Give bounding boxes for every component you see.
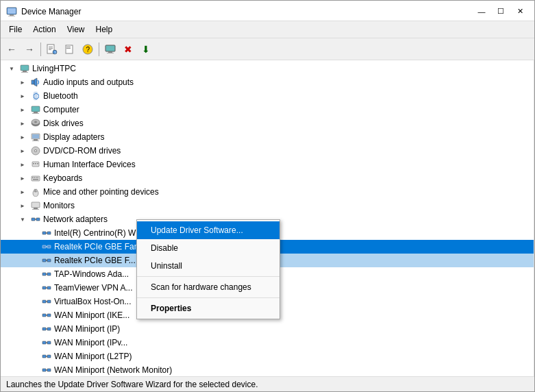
virtualbox-label: VirtualBox Host-On... [54, 297, 132, 306]
hid-icon [30, 159, 41, 170]
help-button[interactable]: ? [79, 41, 96, 58]
svg-rect-90 [47, 369, 51, 371]
svg-rect-47 [33, 179, 38, 180]
expand-bt[interactable]: ► [17, 90, 28, 101]
disk-label: Disk drives [43, 119, 84, 128]
tap-icon [41, 269, 52, 280]
tree-mice[interactable]: ► Mice and other pointing devices [1, 185, 534, 199]
wan-ike-label: WAN Miniport (IKE... [54, 310, 129, 320]
menu-view[interactable]: View [62, 23, 90, 36]
tree-audio[interactable]: ► Audio inputs and outputs [1, 75, 534, 89]
remove-button[interactable]: ✖ [120, 41, 136, 58]
maximize-button[interactable]: ☐ [492, 5, 510, 19]
tree-wan-ipv6[interactable]: WAN Miniport (IPv... [1, 336, 534, 350]
scan-button[interactable] [62, 41, 78, 58]
svg-rect-69 [47, 273, 51, 275]
tree-display[interactable]: ► Display adapters [1, 130, 534, 144]
realtek-1-icon [41, 241, 52, 252]
svg-rect-43 [32, 177, 34, 179]
tap-label: TAP-Windows Ada... [54, 269, 129, 279]
svg-rect-72 [47, 286, 51, 289]
display-label: Display adapters [43, 132, 104, 142]
expand-disk[interactable]: ► [17, 118, 28, 129]
svg-rect-81 [47, 328, 51, 330]
device-button[interactable] [102, 41, 119, 58]
wan-l2tp-icon [41, 351, 52, 362]
ctx-update-driver[interactable]: Update Driver Software... [137, 221, 279, 239]
menu-action[interactable]: Action [27, 23, 61, 36]
root-label: LivingHTPC [32, 64, 76, 73]
svg-rect-77 [42, 314, 46, 317]
expand-dvd[interactable]: ► [17, 145, 28, 156]
ctx-scan-hardware[interactable]: Scan for hardware changes [137, 278, 279, 296]
svg-rect-75 [47, 300, 51, 303]
intel-wifi-icon [41, 228, 52, 238]
expand-mice[interactable]: ► [17, 186, 28, 197]
close-button[interactable]: ✕ [511, 5, 529, 19]
svg-point-30 [34, 121, 37, 123]
expand-root[interactable]: ▼ [6, 63, 17, 74]
root-icon [19, 63, 30, 74]
tree-wan-ip[interactable]: WAN Miniport (IP) [1, 322, 534, 336]
menu-help[interactable]: Help [90, 23, 119, 36]
expand-intel-wifi [28, 228, 39, 238]
window-controls: — ☐ ✕ [473, 5, 529, 19]
tree-wan-netmon[interactable]: WAN Miniport (Network Monitor) [1, 363, 534, 376]
expand-network[interactable]: ▼ [17, 214, 28, 225]
expand-display[interactable]: ► [17, 132, 28, 143]
svg-rect-66 [47, 259, 51, 262]
ctx-uninstall[interactable]: Uninstall [137, 257, 279, 275]
ctx-update-driver-label: Update Driver Software... [151, 225, 243, 235]
ctx-sep-1 [137, 276, 279, 277]
properties-button[interactable]: ? [44, 41, 60, 58]
tree-keyboards[interactable]: ► Keyboards [1, 171, 534, 185]
tree-computer[interactable]: ► Computer [1, 103, 534, 117]
svg-point-37 [35, 150, 36, 151]
computer-label: Computer [43, 105, 79, 114]
device-tree[interactable]: ▼ LivingHTPC ► [1, 60, 534, 376]
tree-bluetooth[interactable]: ► ⬡ Bluetooth [1, 89, 534, 103]
tree-hid[interactable]: ► Human Interface Devices [1, 158, 534, 171]
svg-rect-56 [32, 218, 35, 221]
svg-rect-26 [34, 112, 38, 113]
back-button[interactable]: ← [3, 41, 20, 58]
network-label: Network adapters [43, 215, 108, 224]
expand-computer[interactable]: ► [17, 104, 28, 115]
svg-rect-80 [42, 328, 46, 330]
wan-l2tp-label: WAN Miniport (L2TP) [54, 352, 132, 361]
audio-icon [30, 77, 41, 88]
tree-wan-l2tp[interactable]: WAN Miniport (L2TP) [1, 350, 534, 363]
svg-rect-54 [34, 208, 38, 209]
svg-rect-20 [21, 72, 28, 73]
bt-icon: ⬡ [30, 90, 41, 101]
svg-rect-10 [66, 45, 73, 53]
menu-file[interactable]: File [3, 23, 27, 36]
svg-rect-40 [35, 163, 36, 164]
ctx-properties[interactable]: Properties [137, 299, 279, 317]
expand-monitors[interactable]: ► [17, 200, 28, 211]
svg-rect-52 [36, 189, 37, 192]
forward-button[interactable]: → [21, 41, 38, 58]
expand-keyboards[interactable]: ► [17, 173, 28, 184]
teamviewer-label: TeamViewer VPN A... [54, 283, 133, 293]
mice-label: Mice and other pointing devices [43, 187, 159, 197]
main-area: ▼ LivingHTPC ► [1, 60, 534, 376]
tree-root[interactable]: ▼ LivingHTPC [1, 62, 534, 75]
tree-dvd[interactable]: ► DVD/CD-ROM drives [1, 144, 534, 158]
toolbar-sep-1 [40, 42, 41, 56]
disk-icon [30, 118, 41, 129]
wan-ip-icon [41, 323, 52, 334]
ctx-disable[interactable]: Disable [137, 239, 279, 257]
tree-monitors[interactable]: ► Monitors [1, 199, 534, 212]
svg-rect-15 [105, 45, 115, 51]
expand-audio[interactable]: ► [17, 77, 28, 88]
wan-ipv6-label: WAN Miniport (IPv... [54, 338, 127, 347]
minimize-button[interactable]: — [473, 5, 490, 19]
teamviewer-icon [41, 282, 52, 293]
tree-disk[interactable]: ► Disk drives [1, 117, 534, 130]
expand-hid[interactable]: ► [17, 159, 28, 170]
svg-rect-21 [32, 80, 34, 84]
svg-rect-59 [42, 232, 46, 234]
update-button[interactable]: ⬇ [138, 41, 154, 58]
svg-rect-12 [66, 48, 71, 49]
